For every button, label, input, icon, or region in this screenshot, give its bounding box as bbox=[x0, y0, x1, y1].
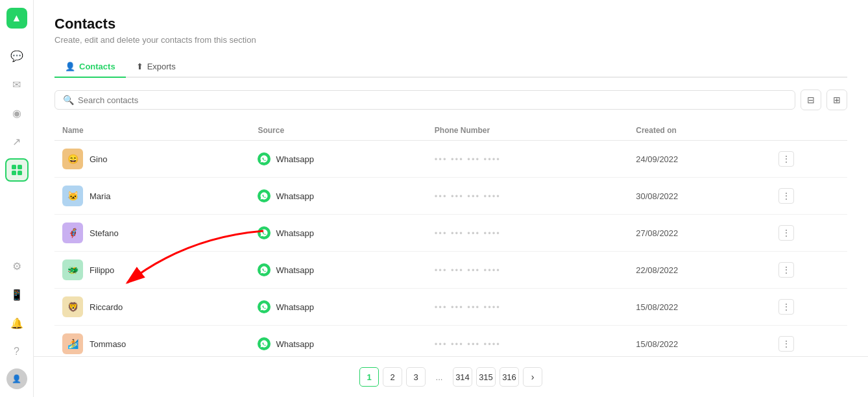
filter-button[interactable]: ⊟ bbox=[801, 90, 821, 110]
row-menu-btn-3[interactable]: ⋮ bbox=[778, 262, 794, 278]
cell-menu-1: ⋮ bbox=[771, 178, 847, 215]
page-subtitle: Create, edit and delete your contacts fr… bbox=[54, 35, 847, 45]
phone-number-3: ••• ••• ••• •••• bbox=[435, 265, 501, 275]
sidebar-icon-whatsapp[interactable]: 📱 bbox=[5, 283, 29, 306]
contacts-tbody: 😄 Gino Whatsapp ••• ••• ••• •••• 24/09/2… bbox=[54, 141, 847, 357]
contact-avatar-5: 🏄 bbox=[62, 333, 83, 354]
contact-avatar-2: 🦸 bbox=[62, 223, 83, 243]
pagination: 1 2 3 ... 314 315 316 › bbox=[34, 356, 868, 397]
col-phone: Phone Number bbox=[427, 121, 628, 141]
sidebar-icon-chat[interactable]: 💬 bbox=[5, 44, 29, 67]
tab-contacts[interactable]: 👤 Contacts bbox=[54, 56, 126, 78]
sidebar-icon-analytics[interactable]: ↗ bbox=[5, 130, 29, 153]
cell-menu-0: ⋮ bbox=[771, 141, 847, 178]
tabs-bar: 👤 Contacts ⬆ Exports bbox=[54, 56, 847, 78]
exports-tab-label: Exports bbox=[147, 62, 176, 71]
page-btn-314[interactable]: 314 bbox=[453, 367, 472, 387]
contact-avatar-1: 🐱 bbox=[62, 186, 83, 206]
page-btn-3[interactable]: 3 bbox=[406, 367, 426, 387]
contact-avatar-0: 😄 bbox=[62, 149, 83, 169]
search-row: 🔍 ⊟ ⊞ bbox=[54, 90, 847, 110]
row-menu-btn-5[interactable]: ⋮ bbox=[778, 336, 794, 352]
svg-rect-1 bbox=[18, 165, 22, 169]
content-area: Contacts Create, edit and delete your co… bbox=[34, 0, 868, 356]
contacts-table: Name Source Phone Number Created on 😄 Gi… bbox=[54, 121, 847, 356]
created-date-1: 30/08/2022 bbox=[636, 191, 678, 201]
created-date-5: 15/08/2022 bbox=[636, 339, 678, 349]
cell-created-4: 15/08/2022 bbox=[628, 289, 770, 326]
row-menu-btn-1[interactable]: ⋮ bbox=[778, 188, 794, 204]
tab-exports[interactable]: ⬆ Exports bbox=[126, 56, 186, 78]
sidebar-icon-settings[interactable]: ⚙ bbox=[5, 254, 29, 278]
phone-number-1: ••• ••• ••• •••• bbox=[435, 191, 501, 201]
cell-source-0: Whatsapp bbox=[250, 141, 426, 178]
cell-source-3: Whatsapp bbox=[250, 252, 426, 289]
table-row: 🐱 Maria Whatsapp ••• ••• ••• •••• 30/08/… bbox=[54, 178, 847, 215]
cell-phone-0: ••• ••• ••• •••• bbox=[427, 141, 628, 178]
sidebar: ▲ 💬 ✉ ◉ ↗ ⚙ 📱 🔔 ? 👤 bbox=[0, 0, 34, 397]
sidebar-icon-broadcast[interactable]: ◉ bbox=[5, 101, 29, 125]
table-row: 🐲 Filippo Whatsapp ••• ••• ••• •••• 22/0… bbox=[54, 252, 847, 289]
contact-name-0: Gino bbox=[90, 154, 107, 164]
cell-name-0: 😄 Gino bbox=[54, 141, 250, 178]
created-date-0: 24/09/2022 bbox=[636, 154, 678, 164]
svg-rect-2 bbox=[12, 171, 16, 175]
whatsapp-source-icon-2 bbox=[258, 226, 271, 239]
page-btn-316[interactable]: 316 bbox=[500, 367, 519, 387]
sidebar-icon-bell[interactable]: 🔔 bbox=[5, 311, 29, 335]
contacts-table-container: Name Source Phone Number Created on 😄 Gi… bbox=[54, 121, 847, 356]
created-date-3: 22/08/2022 bbox=[636, 265, 678, 275]
phone-number-5: ••• ••• ••• •••• bbox=[435, 339, 501, 349]
row-menu-btn-4[interactable]: ⋮ bbox=[778, 299, 794, 315]
search-input[interactable] bbox=[78, 95, 787, 105]
cell-name-4: 🦁 Riccardo bbox=[54, 289, 250, 326]
cell-source-2: Whatsapp bbox=[250, 215, 426, 252]
sidebar-icon-help[interactable]: ? bbox=[5, 340, 29, 363]
whatsapp-source-icon-4 bbox=[258, 300, 271, 313]
row-menu-btn-0[interactable]: ⋮ bbox=[778, 151, 794, 167]
created-date-4: 15/08/2022 bbox=[636, 302, 678, 312]
cell-name-5: 🏄 Tommaso bbox=[54, 326, 250, 357]
col-source: Source bbox=[250, 121, 426, 141]
cell-phone-1: ••• ••• ••• •••• bbox=[427, 178, 628, 215]
col-actions bbox=[771, 121, 847, 141]
page-next-btn[interactable]: › bbox=[523, 367, 542, 387]
sidebar-icon-contacts[interactable] bbox=[5, 158, 29, 182]
svg-rect-3 bbox=[18, 171, 22, 175]
cell-phone-5: ••• ••• ••• •••• bbox=[427, 326, 628, 357]
page-btn-315[interactable]: 315 bbox=[476, 367, 496, 387]
source-label-4: Whatsapp bbox=[276, 302, 314, 312]
page-title: Contacts bbox=[54, 16, 847, 32]
cell-phone-3: ••• ••• ••• •••• bbox=[427, 252, 628, 289]
row-menu-btn-2[interactable]: ⋮ bbox=[778, 225, 794, 241]
source-label-5: Whatsapp bbox=[276, 339, 314, 349]
phone-number-4: ••• ••• ••• •••• bbox=[435, 302, 501, 312]
user-avatar[interactable]: 👤 bbox=[6, 368, 27, 389]
phone-number-2: ••• ••• ••• •••• bbox=[435, 228, 501, 238]
contact-name-1: Maria bbox=[90, 191, 111, 201]
sidebar-icon-message[interactable]: ✉ bbox=[5, 73, 29, 96]
created-date-2: 27/08/2022 bbox=[636, 228, 678, 238]
cell-created-0: 24/09/2022 bbox=[628, 141, 770, 178]
page-btn-1[interactable]: 1 bbox=[359, 367, 379, 387]
cell-menu-5: ⋮ bbox=[771, 326, 847, 357]
svg-rect-0 bbox=[12, 165, 16, 169]
columns-button[interactable]: ⊞ bbox=[826, 90, 847, 110]
whatsapp-source-icon-5 bbox=[258, 337, 271, 350]
source-label-1: Whatsapp bbox=[276, 191, 314, 201]
contact-avatar-3: 🐲 bbox=[62, 259, 83, 280]
cell-phone-2: ••• ••• ••• •••• bbox=[427, 215, 628, 252]
columns-icon: ⊞ bbox=[833, 95, 841, 105]
cell-created-5: 15/08/2022 bbox=[628, 326, 770, 357]
phone-number-0: ••• ••• ••• •••• bbox=[435, 154, 501, 164]
table-row: 🏄 Tommaso Whatsapp ••• ••• ••• •••• 15/0… bbox=[54, 326, 847, 357]
cell-name-2: 🦸 Stefano bbox=[54, 215, 250, 252]
cell-created-1: 30/08/2022 bbox=[628, 178, 770, 215]
source-label-2: Whatsapp bbox=[276, 228, 314, 238]
page-btn-2[interactable]: 2 bbox=[383, 367, 402, 387]
filter-icon: ⊟ bbox=[807, 95, 815, 105]
search-input-wrap[interactable]: 🔍 bbox=[54, 90, 795, 110]
table-row: 😄 Gino Whatsapp ••• ••• ••• •••• 24/09/2… bbox=[54, 141, 847, 178]
app-logo[interactable]: ▲ bbox=[6, 8, 27, 29]
source-label-3: Whatsapp bbox=[276, 265, 314, 275]
